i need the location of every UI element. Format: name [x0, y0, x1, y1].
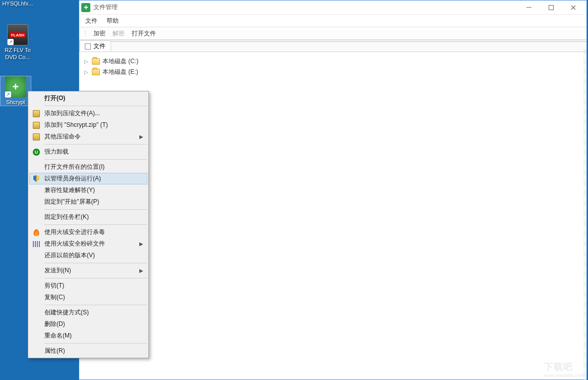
flame-icon	[31, 228, 41, 236]
blank-icon	[31, 282, 41, 290]
maximize-icon	[549, 5, 554, 10]
context-menu: 打开(O) 添加到压缩文件(A)... 添加到 "Shcrypt.zip" (T…	[28, 91, 149, 358]
blank-icon	[31, 332, 41, 340]
content-area: ▷ 本地磁盘 (C:) ▷ 本地磁盘 (E:)	[79, 52, 586, 379]
blank-icon	[31, 294, 41, 302]
ctx-separator	[44, 263, 147, 263]
ctx-open[interactable]: 打开(O)	[29, 92, 147, 104]
ctx-send-to[interactable]: 发送到(N) ▶	[29, 265, 147, 276]
right-edge-blur	[583, 49, 586, 380]
minimize-button[interactable]	[518, 1, 540, 15]
ctx-restore-prev[interactable]: 还原以前的版本(V)	[29, 250, 147, 261]
archive-icon	[31, 121, 41, 129]
ctx-separator	[44, 343, 147, 344]
flash-badge: FLASH	[10, 32, 26, 38]
submenu-arrow-icon: ▶	[139, 134, 143, 139]
ctx-properties[interactable]: 属性(R)	[29, 345, 147, 357]
minimize-icon	[526, 5, 531, 10]
archive-icon	[31, 133, 41, 141]
close-button[interactable]	[562, 1, 584, 15]
ctx-huorong-shred[interactable]: 使用火绒安全粉碎文件 ▶	[29, 238, 147, 250]
uninstall-icon: U	[31, 148, 41, 156]
tree-panel[interactable]: ▷ 本地磁盘 (C:) ▷ 本地磁盘 (E:)	[79, 52, 586, 379]
submenu-arrow-icon: ▶	[139, 268, 143, 273]
ctx-copy[interactable]: 复制(C)	[29, 292, 147, 303]
window-title: 文件管理	[93, 3, 518, 12]
app-shield-icon	[81, 3, 90, 12]
desktop-icon-shcrypt[interactable]: + ↗ Shcrypt	[0, 76, 31, 106]
desktop-icon-label: Shcrypt	[1, 99, 31, 106]
tree-item-drive-e[interactable]: ▷ 本地磁盘 (E:)	[82, 67, 583, 77]
shred-icon	[31, 240, 41, 248]
archive-icon	[31, 110, 41, 118]
close-icon	[571, 5, 576, 10]
tab-file[interactable]: 文件	[79, 40, 111, 52]
desktop-icon-label: RZ FLV To DVD Co...	[0, 46, 35, 61]
plus-icon: +	[13, 80, 19, 93]
ctx-separator	[44, 159, 147, 160]
ctx-pin-taskbar[interactable]: 固定到任务栏(K)	[29, 211, 147, 223]
ctx-separator	[44, 224, 147, 225]
expand-arrow-icon[interactable]: ▷	[84, 59, 89, 64]
ctx-pin-start[interactable]: 固定到"开始"屏幕(P)	[29, 196, 147, 208]
ctx-huorong-scan[interactable]: 使用火绒安全进行杀毒	[29, 226, 147, 238]
ctx-separator	[44, 278, 147, 278]
toolbar-separator: ⋮	[81, 30, 89, 37]
shcrypt-icon: + ↗	[5, 76, 26, 98]
ctx-separator	[44, 144, 147, 145]
tab-strip-empty	[111, 41, 586, 52]
blank-icon	[31, 252, 41, 260]
desktop-icon-label: HYSQLhfx...	[0, 0, 35, 7]
blank-icon	[31, 198, 41, 206]
tree-label: 本地磁盘 (E:)	[102, 68, 138, 76]
ctx-rename[interactable]: 重命名(M)	[29, 330, 147, 342]
toolbar-decrypt: 解密	[110, 28, 128, 39]
ctx-force-uninstall[interactable]: U 强力卸载	[29, 146, 147, 158]
ctx-other-compress[interactable]: 其他压缩命令 ▶	[29, 131, 147, 142]
ctx-run-as-admin[interactable]: 以管理员身份运行(A)	[29, 173, 147, 184]
menu-file[interactable]: 文件	[81, 15, 101, 27]
titlebar[interactable]: 文件管理	[79, 1, 586, 15]
window-controls	[518, 1, 584, 15]
blank-icon	[31, 267, 41, 275]
ctx-cut[interactable]: 剪切(T)	[29, 280, 147, 292]
tab-strip: 文件	[79, 40, 586, 52]
submenu-arrow-icon: ▶	[139, 241, 143, 247]
blank-icon	[31, 309, 41, 317]
menu-help[interactable]: 帮助	[102, 15, 123, 27]
ctx-create-shortcut[interactable]: 创建快捷方式(S)	[29, 307, 147, 318]
expand-arrow-icon[interactable]: ▷	[84, 69, 89, 75]
toolbar-openfile[interactable]: 打开文件	[129, 28, 159, 39]
svg-rect-0	[526, 7, 531, 8]
toolbar-encrypt[interactable]: 加密	[90, 28, 109, 39]
toolbar: ⋮ 加密 解密 打开文件	[79, 27, 586, 40]
folder-icon	[92, 58, 100, 65]
ctx-open-location[interactable]: 打开文件所在的位置(I)	[29, 161, 147, 173]
ctx-compat[interactable]: 兼容性疑难解答(Y)	[29, 184, 147, 196]
blank-icon	[31, 186, 41, 195]
blank-icon	[31, 320, 41, 328]
app-window: 文件管理 文件 帮助 ⋮ 加密 解密 打开文件 文件	[79, 0, 587, 380]
folder-icon	[92, 69, 100, 75]
ctx-add-archive[interactable]: 添加到压缩文件(A)...	[29, 108, 147, 119]
desktop-icon-mysql[interactable]: HYSQLhfx...	[0, 0, 35, 7]
tab-label: 文件	[93, 42, 105, 51]
shortcut-arrow-icon: ↗	[8, 39, 14, 45]
ctx-separator	[44, 106, 147, 106]
ctx-separator	[44, 209, 147, 210]
desktop-icon-flv[interactable]: FLASH ↗ RZ FLV To DVD Co...	[0, 24, 35, 61]
ctx-separator	[44, 305, 147, 305]
maximize-button[interactable]	[540, 1, 562, 15]
tree-item-drive-c[interactable]: ▷ 本地磁盘 (C:)	[82, 56, 583, 67]
blank-icon	[31, 213, 41, 221]
blank-icon	[31, 347, 41, 355]
ctx-delete[interactable]: 删除(D)	[29, 318, 147, 330]
flv-icon: FLASH ↗	[7, 24, 28, 45]
admin-shield-icon	[31, 175, 41, 183]
tree-label: 本地磁盘 (C:)	[102, 57, 138, 66]
blank-icon	[31, 94, 41, 103]
blank-icon	[31, 163, 41, 171]
shortcut-arrow-icon: ↗	[5, 91, 11, 98]
ctx-add-zip[interactable]: 添加到 "Shcrypt.zip" (T)	[29, 119, 147, 131]
file-tab-icon	[85, 43, 91, 50]
